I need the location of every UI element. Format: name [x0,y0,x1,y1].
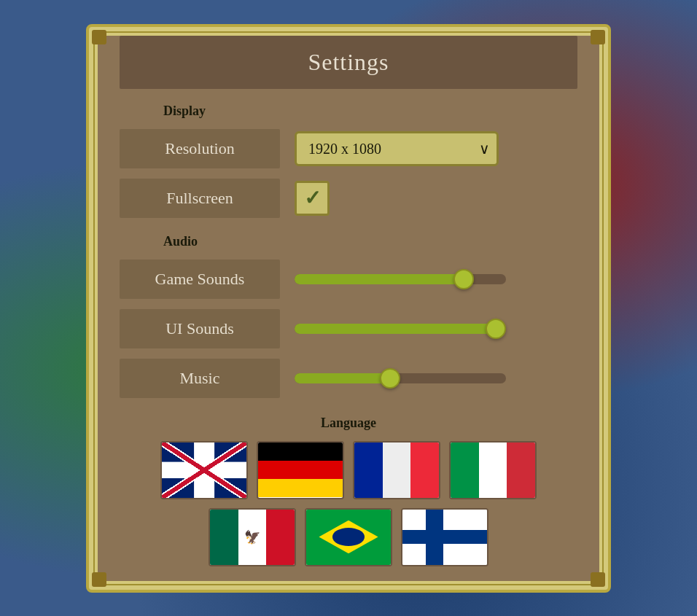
flag-fi [402,510,487,565]
audio-section-label: Audio [163,234,198,249]
mx-stripe-red [266,510,295,565]
resolution-label: Resolution [120,129,280,168]
de-stripe-black [258,442,343,461]
game-sounds-slider-thumb[interactable] [453,269,474,289]
flag-de [258,442,343,498]
fullscreen-row: Fullscreen ✓ [120,179,577,218]
uk-red-vertical [198,442,210,498]
flag-de-button[interactable] [257,441,344,499]
resolution-row: Resolution 1920 x 1080 1280 x 720 2560 x… [120,129,577,168]
flag-mx-button[interactable]: 🦅 [209,508,296,566]
it-stripe-green [451,442,479,498]
game-sounds-label: Game Sounds [120,260,280,299]
flag-it [451,442,535,498]
uk-red-horizontal [162,465,246,475]
checkmark-icon: ✓ [304,188,321,208]
flag-fr-button[interactable] [353,441,440,499]
mx-stripe-green [210,510,238,565]
flag-br-button[interactable] [305,508,392,566]
display-section-label: Display [163,104,206,119]
language-section-label: Language [120,416,577,431]
br-diamond [319,521,378,554]
corner-decoration-tr [591,30,605,44]
ui-sounds-slider-fill [295,324,496,334]
uk-diagonals-white [162,442,246,498]
game-sounds-slider-track[interactable] [295,274,506,284]
music-label: Music [120,359,280,398]
fullscreen-checkbox[interactable]: ✓ [295,181,330,216]
ui-sounds-row: UI Sounds [120,309,577,348]
flag-br [306,510,391,565]
corner-decoration-bl [92,572,106,587]
page-title: Settings [120,49,577,76]
it-stripe-red [507,442,535,498]
music-row: Music [120,359,577,398]
game-sounds-control [295,274,577,284]
fr-stripe-blue [354,442,383,498]
flag-uk-button[interactable] [160,441,248,499]
flags-grid: 🦅 [120,441,577,566]
flag-uk [162,442,246,498]
resolution-select[interactable]: 1920 x 1080 1280 x 720 2560 x 1440 3840 … [295,131,499,166]
language-section: Language [120,404,577,566]
flag-fr [354,442,439,498]
mx-emblem: 🦅 [244,531,260,544]
br-circle [332,528,365,546]
fullscreen-label: Fullscreen [120,179,280,218]
de-stripe-red [258,461,343,479]
corner-decoration-tl [92,30,106,44]
mx-stripe-white: 🦅 [238,510,267,565]
game-sounds-slider-fill [295,274,464,284]
settings-panel: Settings Display Resolution 1920 x 1080 … [98,36,599,581]
music-slider-thumb[interactable] [380,368,400,389]
flag-it-button[interactable] [449,441,537,499]
flag-uk-cross [162,442,246,498]
music-slider-track[interactable] [295,373,506,383]
music-slider-fill [295,373,390,383]
fr-stripe-red [410,442,439,498]
settings-dialog: Settings Display Resolution 1920 x 1080 … [86,24,611,593]
music-control [295,373,577,383]
fr-stripe-white [383,442,411,498]
flag-mx: 🦅 [210,510,295,565]
resolution-control: 1920 x 1080 1280 x 720 2560 x 1440 3840 … [295,131,577,166]
game-sounds-row: Game Sounds [120,260,577,299]
title-bar: Settings [120,36,577,89]
it-stripe-white [479,442,507,498]
ui-sounds-slider-thumb[interactable] [486,319,506,339]
flag-fi-button[interactable] [401,508,488,566]
ui-sounds-control [295,324,577,334]
ui-sounds-label: UI Sounds [120,309,280,348]
uk-diagonals-red [162,442,246,498]
display-settings: Resolution 1920 x 1080 1280 x 720 2560 x… [120,129,577,218]
ui-sounds-slider-track[interactable] [295,324,506,334]
corner-decoration-br [591,572,605,587]
resolution-select-wrapper[interactable]: 1920 x 1080 1280 x 720 2560 x 1440 3840 … [295,131,499,166]
de-stripe-gold [258,479,343,497]
fullscreen-control: ✓ [295,181,577,216]
audio-settings: Game Sounds UI Sounds [120,260,577,398]
